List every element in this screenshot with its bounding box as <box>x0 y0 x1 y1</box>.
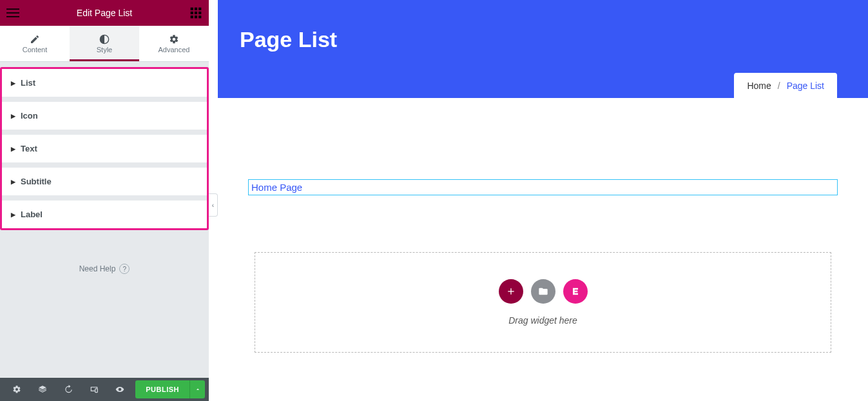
section-label[interactable]: ▶ Label <box>2 200 207 228</box>
svg-rect-13 <box>95 389 98 393</box>
navigator-button[interactable] <box>30 378 55 401</box>
section-list[interactable]: ▶ List <box>2 69 207 97</box>
caret-right-icon: ▶ <box>11 80 15 86</box>
history-button[interactable] <box>55 378 81 401</box>
tab-advanced[interactable]: Advanced <box>139 26 209 61</box>
page-hero: Page List Home / Page List <box>218 0 868 98</box>
chevron-left-icon: ‹ <box>212 202 214 209</box>
sidebar-header: Edit Page List <box>0 0 209 26</box>
section-label: Label <box>21 210 43 219</box>
question-icon: ? <box>119 264 130 274</box>
section-subtitle[interactable]: ▶ Subtitle <box>2 168 207 195</box>
editor-sidebar: Edit Page List Content Style Advanced ▶ … <box>0 0 209 401</box>
sidebar-footer: PUBLISH <box>0 378 209 401</box>
devices-icon <box>90 385 99 394</box>
publish-button[interactable]: PUBLISH <box>135 380 189 398</box>
add-section-button[interactable] <box>499 279 523 304</box>
svg-rect-9 <box>191 15 193 18</box>
preview-canvas: Page List Home / Page List Home Page Dra… <box>218 0 868 401</box>
svg-rect-7 <box>195 12 197 14</box>
folder-icon <box>538 286 548 297</box>
svg-rect-0 <box>6 8 19 10</box>
widgets-grid-icon[interactable] <box>189 6 202 19</box>
eye-icon <box>115 385 124 394</box>
tab-label: Advanced <box>159 46 190 54</box>
dropzone-hint: Drag widget here <box>508 315 577 326</box>
menu-icon[interactable] <box>6 6 19 19</box>
style-sections-highlight: ▶ List ▶ Icon ▶ Text ▶ Subtitle ▶ Label <box>0 67 209 230</box>
tab-style[interactable]: Style <box>70 26 139 61</box>
contrast-icon <box>99 34 110 44</box>
gear-icon <box>169 34 179 44</box>
svg-rect-1 <box>6 12 19 14</box>
gear-icon <box>12 385 21 394</box>
breadcrumb: Home / Page List <box>734 73 837 99</box>
ek-icon <box>570 286 581 297</box>
svg-rect-6 <box>191 12 193 14</box>
caret-up-icon <box>195 386 201 393</box>
need-help-link[interactable]: Need Help ? <box>0 264 209 274</box>
breadcrumb-current: Page List <box>787 81 824 91</box>
responsive-button[interactable] <box>81 378 107 401</box>
section-text[interactable]: ▶ Text <box>2 135 207 162</box>
caret-right-icon: ▶ <box>11 179 15 185</box>
publish-options-button[interactable] <box>189 380 205 398</box>
section-icon[interactable]: ▶ Icon <box>2 102 207 130</box>
svg-rect-4 <box>195 8 197 10</box>
section-label: Icon <box>21 111 38 121</box>
breadcrumb-separator: / <box>778 81 780 91</box>
collapse-sidebar-handle[interactable]: ‹ <box>209 193 218 217</box>
tab-label: Content <box>23 46 48 54</box>
empty-section-dropzone[interactable]: Drag widget here <box>255 252 831 353</box>
section-label: List <box>21 78 35 88</box>
tab-label: Style <box>97 46 112 54</box>
svg-rect-10 <box>195 15 197 18</box>
settings-button[interactable] <box>4 378 30 401</box>
preview-button[interactable] <box>107 378 133 401</box>
caret-right-icon: ▶ <box>11 113 15 119</box>
svg-rect-11 <box>198 15 201 18</box>
svg-rect-2 <box>6 16 19 17</box>
add-template-button[interactable] <box>531 279 555 304</box>
caret-right-icon: ▶ <box>11 211 15 218</box>
plus-icon <box>506 286 516 297</box>
page-title: Page List <box>240 0 868 52</box>
caret-right-icon: ▶ <box>11 146 15 152</box>
svg-rect-5 <box>198 8 201 10</box>
dropzone-actions <box>499 279 588 304</box>
sidebar-title: Edit Page List <box>19 8 189 18</box>
svg-rect-8 <box>198 12 201 14</box>
selected-widget[interactable]: Home Page <box>248 179 838 195</box>
svg-rect-3 <box>191 8 193 10</box>
section-label: Text <box>21 144 37 153</box>
history-icon <box>64 385 73 394</box>
elementskit-button[interactable] <box>563 279 588 304</box>
layers-icon <box>38 385 47 394</box>
section-label: Subtitle <box>21 177 52 186</box>
need-help-text: Need Help <box>79 264 116 273</box>
breadcrumb-home[interactable]: Home <box>747 81 771 91</box>
widget-text: Home Page <box>251 182 302 193</box>
sidebar-tabs: Content Style Advanced <box>0 26 209 62</box>
tab-content[interactable]: Content <box>0 26 70 61</box>
pencil-icon <box>30 34 40 44</box>
